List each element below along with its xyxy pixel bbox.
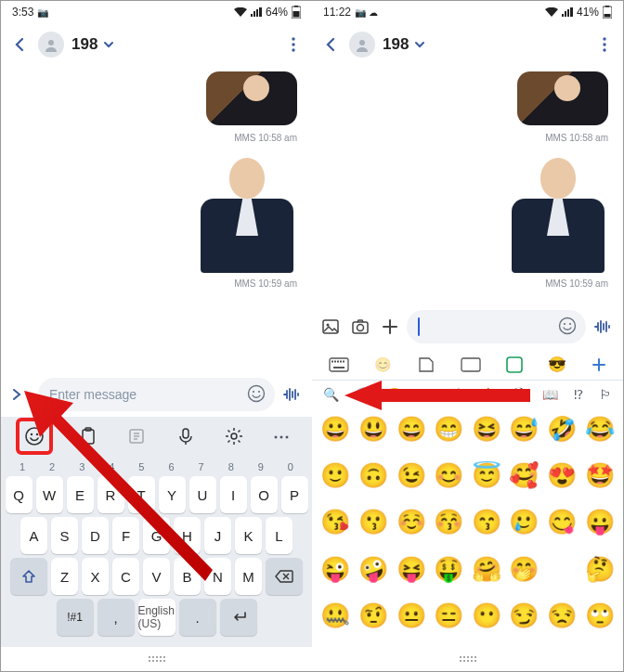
emoji[interactable]: 😅: [506, 412, 542, 446]
emoji[interactable]: 🤪: [356, 552, 392, 586]
text-extract-icon[interactable]: [124, 423, 150, 449]
shift-key[interactable]: [10, 558, 47, 595]
emoji[interactable]: 😃: [356, 412, 392, 446]
key[interactable]: E: [67, 476, 94, 513]
emoji[interactable]: 🙃: [356, 459, 392, 492]
emoji[interactable]: 🙂: [318, 459, 354, 492]
emoji[interactable]: ☺️: [393, 505, 429, 538]
emoji-cat[interactable]: 🐶: [417, 387, 433, 402]
ar-emoji-tab[interactable]: 😎: [548, 355, 566, 373]
key[interactable]: T: [128, 476, 155, 513]
key[interactable]: A: [20, 517, 47, 554]
clipboard-icon[interactable]: [75, 423, 101, 449]
emoji[interactable]: 🤣: [544, 412, 580, 446]
emoji[interactable]: 🤭: [506, 552, 542, 586]
emoji-tab[interactable]: 😊: [374, 356, 392, 373]
key[interactable]: N: [204, 558, 231, 595]
emoji[interactable]: 😶: [469, 599, 505, 632]
key[interactable]: W: [36, 476, 63, 513]
message-image[interactable]: [206, 71, 297, 125]
back-icon[interactable]: [8, 33, 31, 56]
emoji[interactable]: 🤨: [356, 599, 392, 632]
message-image[interactable]: [508, 154, 608, 273]
emoji[interactable]: 🤑: [431, 552, 467, 586]
key[interactable]: F: [112, 517, 139, 554]
emoji-cat[interactable]: 😊: [386, 387, 402, 402]
bitmoji-tab-icon[interactable]: [506, 356, 523, 373]
key[interactable]: L: [266, 517, 292, 554]
emoji[interactable]: 🤩: [581, 459, 618, 492]
emoji[interactable]: 😑: [431, 599, 467, 632]
emoji[interactable]: 😝: [393, 552, 429, 586]
emoji[interactable]: [544, 552, 580, 586]
settings-icon[interactable]: [221, 423, 247, 449]
emoji[interactable]: 😇: [469, 459, 505, 492]
message-input[interactable]: Enter message: [38, 378, 275, 411]
emoji[interactable]: 😋: [544, 505, 580, 538]
back-icon[interactable]: [319, 33, 342, 56]
emoji[interactable]: 🙄: [581, 599, 618, 632]
key[interactable]: O: [251, 476, 278, 513]
key[interactable]: B: [174, 558, 201, 595]
emoji[interactable]: 🤐: [318, 599, 354, 632]
emoji[interactable]: 😀: [318, 412, 354, 446]
key[interactable]: Y: [159, 476, 186, 513]
space-key[interactable]: English (US): [138, 599, 176, 636]
emoji-cat[interactable]: 🏳: [599, 387, 612, 402]
gallery-icon[interactable]: [321, 317, 340, 336]
emoji[interactable]: 🥲: [506, 505, 542, 538]
emoji-cat[interactable]: 🔍: [323, 387, 339, 402]
emoji-key-icon[interactable]: [21, 423, 47, 449]
key[interactable]: S: [51, 517, 78, 554]
key[interactable]: V: [143, 558, 170, 595]
emoji-cat[interactable]: ⚽: [511, 387, 526, 402]
keyboard-handle-icon[interactable]: [146, 654, 168, 664]
key[interactable]: G: [143, 517, 170, 554]
emoji[interactable]: 😙: [469, 505, 505, 538]
keyboard-handle-icon[interactable]: [457, 654, 479, 664]
emoji-cat[interactable]: 🏠: [480, 387, 496, 402]
message-image[interactable]: [197, 154, 297, 273]
emoji[interactable]: 😛: [581, 505, 618, 538]
emoji[interactable]: 😆: [469, 412, 505, 446]
emoji[interactable]: 😜: [318, 552, 354, 586]
gif-tab-icon[interactable]: [461, 357, 481, 372]
message-image[interactable]: [517, 71, 608, 125]
key[interactable]: X: [82, 558, 109, 595]
emoji[interactable]: 😄: [393, 412, 429, 446]
plus-icon[interactable]: [381, 317, 399, 336]
message-input[interactable]: [407, 310, 586, 343]
avatar[interactable]: [38, 32, 64, 58]
comma-key[interactable]: ,: [98, 599, 135, 636]
sticker-tab-icon[interactable]: [417, 355, 436, 374]
emoji-icon[interactable]: [558, 317, 578, 337]
contact-name[interactable]: 198: [72, 35, 114, 54]
emoji-cat[interactable]: ⁉: [574, 387, 583, 402]
key[interactable]: R: [98, 476, 124, 513]
camera-icon[interactable]: [351, 317, 370, 336]
backspace-key[interactable]: [266, 558, 303, 595]
emoji[interactable]: 😗: [356, 505, 392, 538]
dot-key[interactable]: .: [179, 599, 216, 636]
key[interactable]: D: [82, 517, 109, 554]
emoji-icon[interactable]: [247, 384, 267, 405]
more-toolbar-icon[interactable]: ⋯: [269, 423, 295, 449]
emoji[interactable]: 🤗: [469, 552, 505, 586]
emoji[interactable]: 😚: [431, 505, 467, 538]
emoji[interactable]: 😍: [544, 459, 580, 492]
emoji[interactable]: 😊: [431, 459, 467, 492]
emoji[interactable]: 😁: [431, 412, 467, 446]
add-tab-icon[interactable]: [592, 357, 606, 372]
emoji-cat[interactable]: 📖: [542, 387, 558, 402]
emoji[interactable]: 🤔: [581, 552, 618, 586]
emoji[interactable]: 😏: [506, 599, 542, 632]
key[interactable]: I: [220, 476, 247, 513]
key[interactable]: C: [112, 558, 139, 595]
more-icon[interactable]: [282, 33, 305, 56]
mic-icon[interactable]: [173, 423, 199, 449]
emoji[interactable]: 😘: [318, 505, 354, 538]
emoji[interactable]: 😒: [544, 599, 580, 632]
emoji-cat[interactable]: 🕐: [355, 387, 370, 402]
avatar[interactable]: [349, 32, 375, 58]
keyboard-tab-icon[interactable]: [329, 357, 349, 372]
